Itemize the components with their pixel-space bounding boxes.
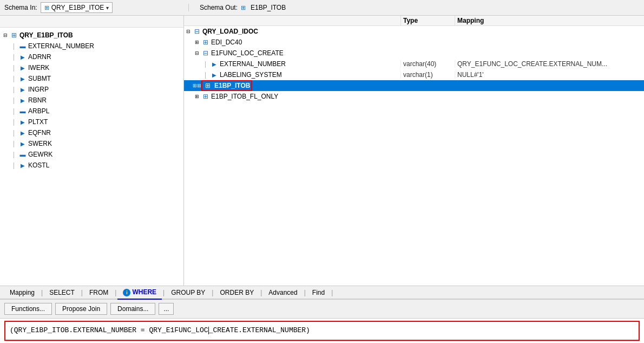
dropdown-arrow-icon: ▾	[106, 5, 109, 11]
left-node-swerk[interactable]: │ ▶ SWERK	[0, 138, 183, 149]
right-panel[interactable]: Type Mapping ⊟ QRY_LOAD_IDOC ⊞ EDI	[184, 16, 644, 286]
arrow-icon-iwerk: ▶	[18, 63, 27, 72]
schema-out-label: Schema Out:	[200, 4, 238, 11]
schema-in-dropdown[interactable]: ⊞ QRY_E1BP_ITOE ▾	[41, 2, 113, 13]
col-type-header: Type	[400, 16, 455, 25]
schema-in-label: Schema In:	[4, 4, 37, 11]
right-label-e1bp-itob: E1BP_ITOB	[214, 82, 250, 89]
left-root-node[interactable]: ⊞ QRY_E1BP_ITOB	[0, 30, 183, 41]
right-label-e1func: E1FUNC_LOC_CREATE	[211, 49, 284, 57]
left-node-arbpl[interactable]: │ ▬ ARBPL	[0, 106, 183, 117]
arrow-icon-swerk: ▶	[18, 139, 27, 148]
tab-find[interactable]: Find	[307, 287, 330, 299]
fl-only-table-icon: ⊞	[201, 92, 210, 101]
e1bp-table-icon: ⊞	[203, 81, 212, 90]
left-node-pltxt[interactable]: │ ▶ PLTXT	[0, 117, 183, 127]
left-panel[interactable]: ⊞ QRY_E1BP_ITOB │ ▬ EXTERNAL_NUMBER │ ▶ …	[0, 16, 184, 286]
left-node-label-ingrp: INGRP	[28, 86, 49, 93]
more-button[interactable]: ...	[159, 303, 174, 315]
functions-button[interactable]: Functions...	[4, 303, 52, 315]
left-node-label-arbpl: ARBPL	[28, 107, 49, 115]
left-node-label-ext: EXTERNAL_NUMBER	[28, 42, 94, 50]
right-root-row[interactable]: ⊟ QRY_LOAD_IDOC	[184, 26, 644, 37]
left-node-label-submt: SUBMT	[28, 75, 51, 82]
sql-editor[interactable]: (QRY_E1BP_ITOB.EXTERNAL_NUMBER = QRY_E1F…	[4, 321, 640, 341]
sql-content-2: _CREATE.EXTERNAL_NUMBER)	[209, 326, 310, 334]
left-node-label-eqfnr: EQFNR	[28, 129, 51, 137]
left-node-label-pltxt: PLTXT	[28, 118, 48, 126]
schema-in-area: Schema In: ⊞ QRY_E1BP_ITOE ▾	[4, 2, 188, 13]
sql-content-1: QRY_E1BP_ITOB.EXTERNAL_NUMBER = QRY_E1FU…	[14, 326, 208, 334]
left-node-submt[interactable]: │ ▶ SUBMT	[0, 73, 183, 84]
e1func-table-icon: ⊟	[201, 49, 210, 57]
schema-out-area: Schema Out: ⊞ E1BP_ITOB	[188, 4, 640, 11]
tab-select[interactable]: SELECT	[44, 287, 80, 299]
right-row-e1bp-itob[interactable]: ⊞ ⊞ E1BP_ITOB	[184, 80, 644, 91]
arrow-icon-submt: ▶	[18, 74, 27, 83]
labeling-mapping: NULL#'1'	[455, 71, 644, 79]
schema-out-value: E1BP_ITOB	[251, 4, 286, 11]
left-node-iwerk[interactable]: │ ▶ IWERK	[0, 62, 183, 73]
right-row-edi-dc40[interactable]: ⊞ EDI_DC40	[184, 37, 644, 48]
expand-fl-only-icon[interactable]	[193, 92, 201, 101]
right-row-e1bp-fl-only[interactable]: ⊞ E1BP_ITOB_FL_ONLY	[184, 91, 644, 102]
left-node-label-gewrk: GEWRK	[28, 151, 52, 158]
edi-table-icon: ⊞	[201, 38, 210, 47]
bottom-section: Mapping | SELECT | FROM | iWHERE | GROUP…	[0, 286, 644, 343]
tab-mapping[interactable]: Mapping	[4, 287, 40, 299]
field-icon-ext: ▬	[18, 42, 27, 50]
left-node-label-rbnr: RBNR	[28, 96, 47, 104]
expand-e1func-icon[interactable]	[193, 49, 201, 57]
arrow-icon-eqfnr: ▶	[18, 128, 27, 137]
tab-where[interactable]: iWHERE	[117, 286, 162, 299]
root-table-icon: ⊞	[10, 31, 18, 40]
ext-num-mapping: QRY_E1FUNC_LOC_CREATE.EXTERNAL_NUM...	[455, 60, 644, 68]
left-node-eqfnr[interactable]: │ ▶ EQFNR	[0, 127, 183, 138]
left-node-external-number[interactable]: │ ▬ EXTERNAL_NUMBER	[0, 41, 183, 51]
right-expand-root[interactable]	[184, 27, 193, 36]
right-label-ext-num: EXTERNAL_NUMBER	[220, 60, 286, 68]
left-node-gewrk[interactable]: │ ▬ GEWRK	[0, 149, 183, 160]
left-node-label-kostl: KOSTL	[28, 161, 49, 169]
tab-group-by[interactable]: GROUP BY	[166, 287, 211, 299]
expand-e1bp-icon[interactable]: ⊞	[193, 81, 201, 90]
panels: ⊞ QRY_E1BP_ITOB │ ▬ EXTERNAL_NUMBER │ ▶ …	[0, 16, 644, 286]
labeling-type: varchar(1)	[400, 71, 455, 79]
propose-join-button[interactable]: Propose Join	[55, 303, 107, 315]
tab-order-by[interactable]: ORDER BY	[214, 287, 259, 299]
arrow-icon-kostl: ▶	[18, 161, 27, 170]
arrow-icon-ingrp: ▶	[18, 85, 27, 94]
col-mapping-header: Mapping	[455, 16, 644, 25]
arrow-icon-adrnr: ▶	[18, 53, 27, 61]
tab-from[interactable]: FROM	[84, 287, 114, 299]
table-icon-small: ⊞	[44, 4, 49, 11]
info-icon: i	[123, 289, 130, 296]
right-row-e1func[interactable]: ⊟ E1FUNC_LOC_CREATE	[184, 48, 644, 59]
left-node-adrnr[interactable]: │ ▶ ADRNR	[0, 51, 183, 62]
left-node-rbnr[interactable]: │ ▶ RBNR	[0, 95, 183, 106]
right-row-labeling[interactable]: │ ▶ LABELING_SYSTEM varchar(1) NULL#'1'	[184, 69, 644, 80]
expand-root-icon[interactable]	[1, 31, 10, 40]
left-node-ingrp[interactable]: │ ▶ INGRP	[0, 84, 183, 95]
schema-header: Schema In: ⊞ QRY_E1BP_ITOE ▾ Schema Out:…	[0, 0, 644, 16]
arrow-ext-num: ▶	[210, 60, 219, 68]
left-root-label: QRY_E1BP_ITOB	[19, 31, 73, 39]
expand-edi-icon[interactable]	[193, 38, 201, 47]
bottom-toolbar: Functions... Propose Join Domains... ...	[0, 300, 644, 319]
right-row-ext-num[interactable]: │ ▶ EXTERNAL_NUMBER varchar(40) QRY_E1FU…	[184, 59, 644, 69]
right-label-edi: EDI_DC40	[211, 38, 242, 46]
domains-button[interactable]: Domains...	[110, 303, 155, 315]
line-icon: │	[10, 43, 18, 49]
left-node-kostl[interactable]: │ ▶ KOSTL	[0, 160, 183, 171]
ext-num-type: varchar(40)	[400, 60, 455, 68]
right-label-fl-only: E1BP_ITOB_FL_ONLY	[211, 93, 278, 100]
arrow-labeling: ▶	[210, 70, 219, 79]
left-node-label-iwerk: IWERK	[28, 64, 49, 72]
right-root-label: QRY_LOAD_IDOC	[202, 28, 258, 35]
tab-advanced[interactable]: Advanced	[263, 287, 303, 299]
table-icon-out: ⊞	[241, 4, 246, 11]
arrow-icon-rbnr: ▶	[18, 96, 27, 105]
sql-text: (QRY_E1BP_ITOB.EXTERNAL_NUMBER = QRY_E1F…	[10, 325, 634, 336]
left-tree: ⊞ QRY_E1BP_ITOB │ ▬ EXTERNAL_NUMBER │ ▶ …	[0, 28, 183, 173]
arrow-icon-pltxt: ▶	[18, 118, 27, 126]
